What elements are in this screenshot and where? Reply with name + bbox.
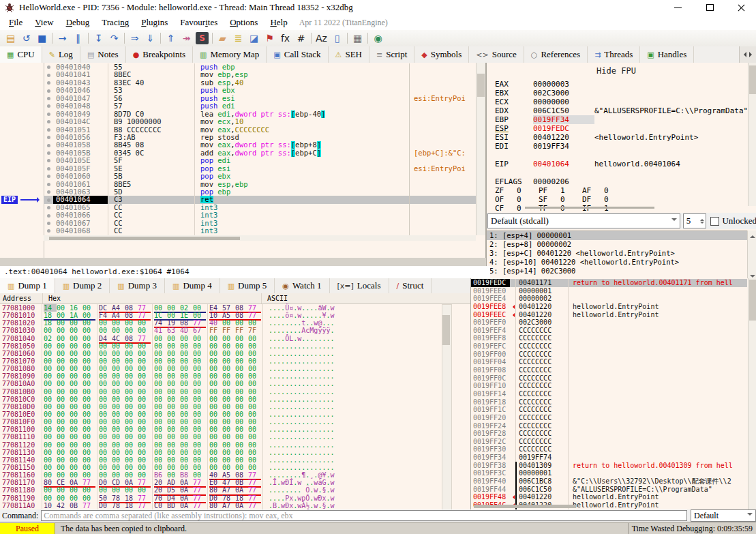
hex-byte[interactable]: 00 [167, 304, 180, 312]
hex-byte[interactable]: 00 [70, 365, 82, 372]
hex-byte[interactable]: 00 [138, 441, 151, 449]
hex-byte[interactable]: 00 [193, 464, 206, 471]
hex-byte[interactable]: 00 [82, 327, 95, 334]
hex-byte[interactable]: 00 [209, 372, 222, 380]
tab-script[interactable]: ≡Script [369, 46, 414, 63]
hex-byte[interactable]: 00 [125, 486, 138, 494]
hex-byte[interactable]: 00 [125, 396, 138, 403]
hex-byte[interactable]: 00 [235, 350, 248, 357]
hex-byte[interactable]: 00 [193, 403, 206, 411]
hex-byte[interactable]: 00 [138, 456, 151, 464]
hex-byte[interactable]: 00 [44, 388, 57, 396]
hex-byte[interactable]: FF [235, 327, 248, 334]
hex-byte[interactable]: 00 [180, 372, 193, 380]
hex-byte[interactable]: 00 [154, 372, 167, 380]
hex-byte[interactable]: 00 [44, 380, 57, 387]
stack-row[interactable]: 0019FEDC00401171return to helloworld.004… [471, 279, 747, 287]
disasm-row[interactable]: 00401056F3:ABrep stosd [44, 134, 476, 141]
hex-byte[interactable]: 00 [154, 357, 167, 365]
maximize-button[interactable] [697, 0, 723, 15]
dump-row[interactable]: 770810B000000000000000000000000000000000… [0, 388, 461, 396]
hex-byte[interactable]: 00 [248, 403, 261, 411]
stack-argument-row[interactable]: 2: [esp+8] 00000002 [487, 240, 748, 249]
hex-byte[interactable]: B6 [154, 471, 167, 479]
hex-byte[interactable]: 00 [209, 456, 222, 464]
stack-row[interactable]: 0019FEEC00401220helloworld.EntryPoint [471, 311, 747, 319]
hex-byte[interactable]: D4 [167, 494, 180, 502]
breakpoint-dot[interactable] [44, 102, 53, 110]
hex-byte[interactable]: 00 [235, 426, 248, 433]
hex-byte[interactable]: DC [99, 304, 112, 312]
hex-byte[interactable]: 00 [82, 411, 95, 418]
hex-byte[interactable]: 00 [167, 411, 180, 418]
hex-byte[interactable]: 08 [125, 312, 138, 319]
hex-byte[interactable]: 00 [180, 464, 193, 471]
hex-byte[interactable]: 00 [180, 426, 193, 433]
hex-byte[interactable]: 00 [154, 433, 167, 441]
hex-byte[interactable]: 18 [235, 494, 248, 502]
hex-byte[interactable]: 00 [82, 456, 95, 464]
hex-byte[interactable]: 77 [248, 304, 261, 312]
hex-byte[interactable]: 00 [193, 335, 206, 342]
hex-byte[interactable]: 00 [99, 342, 112, 350]
hex-byte[interactable]: 00 [44, 464, 57, 471]
hex-byte[interactable]: 00 [209, 388, 222, 396]
hex-byte[interactable]: 00 [99, 327, 112, 334]
hex-byte[interactable]: 4D [180, 327, 193, 334]
help-globe-button[interactable]: ◉ [370, 31, 386, 45]
hex-byte[interactable]: 00 [57, 319, 70, 327]
hex-byte[interactable]: 00 [138, 388, 151, 396]
tab-symbols[interactable]: ◆Symbols [414, 46, 469, 63]
breakpoint-dot[interactable] [44, 149, 53, 157]
hex-byte[interactable]: 00 [99, 456, 112, 464]
hex-byte[interactable]: 00 [125, 380, 138, 387]
hex-byte[interactable]: 0B [70, 502, 82, 509]
hex-byte[interactable]: 41 [154, 327, 167, 334]
stack-row[interactable]: 0019FF24CCCCCCCC [471, 422, 747, 430]
hex-byte[interactable]: 00 [193, 372, 206, 380]
hex-byte[interactable]: 00 [209, 365, 222, 372]
hex-byte[interactable]: 50 [99, 494, 112, 502]
hex-byte[interactable]: 00 [99, 357, 112, 365]
hex-byte[interactable]: 00 [248, 342, 261, 350]
stack-row[interactable]: 0019FF18CCCCCCCC [471, 398, 747, 406]
hex-byte[interactable]: 00 [138, 396, 151, 403]
hex-byte[interactable]: 00 [235, 418, 248, 426]
dump-row[interactable]: 77081030000000000000000041634D67FFFFFF7F… [0, 327, 461, 334]
hex-byte[interactable]: 00 [138, 464, 151, 471]
hex-byte[interactable]: 00 [154, 441, 167, 449]
hex-byte[interactable]: 00 [44, 486, 57, 494]
register-value[interactable]: 006C1C50 [533, 106, 594, 115]
hex-byte[interactable]: 77 [138, 479, 151, 486]
hide-fpu-button[interactable]: Hide FPU [487, 66, 746, 76]
step-into-button[interactable]: ↧ [91, 31, 106, 45]
disasm-row[interactable]: 0040105F5Epop esiesi:EntryPoi [44, 165, 476, 173]
hex-byte[interactable]: 00 [70, 388, 82, 396]
hex-byte[interactable]: 00 [248, 464, 261, 471]
calculator-button[interactable]: ▦ [350, 31, 365, 45]
hex-byte[interactable]: 00 [154, 403, 167, 411]
hex-byte[interactable]: 00 [125, 342, 138, 350]
hex-byte[interactable]: 00 [57, 312, 70, 319]
dump-row[interactable]: 770810A000000000000000000000000000000000… [0, 380, 461, 387]
tab-dump-1[interactable]: ▥Dump 1 [0, 278, 55, 293]
hex-byte[interactable]: 00 [57, 433, 70, 441]
stack-row[interactable]: 0019FEF8CCCCCCCC [471, 334, 747, 342]
breakpoint-dot[interactable] [44, 63, 53, 71]
hex-byte[interactable]: 00 [222, 388, 235, 396]
hex-byte[interactable]: 00 [44, 327, 57, 334]
stack-row[interactable]: 0019FF3800401309return to helloworld.004… [471, 462, 747, 470]
hex-byte[interactable]: 00 [248, 335, 261, 342]
hex-byte[interactable]: 00 [70, 335, 82, 342]
hex-byte[interactable]: 00 [138, 486, 151, 494]
dump-row[interactable]: 7708108000000000000000000000000000000000… [0, 365, 461, 372]
hex-byte[interactable]: 77 [193, 319, 206, 327]
hex-byte[interactable]: 00 [138, 380, 151, 387]
disassembly-horizontal-thumb[interactable] [49, 237, 240, 240]
hex-byte[interactable]: 00 [112, 464, 125, 471]
hex-byte[interactable]: 00 [167, 388, 180, 396]
flag-sf[interactable]: SF [539, 195, 560, 204]
hex-byte[interactable]: 00 [154, 456, 167, 464]
register-value[interactable]: 002C3000 [533, 89, 594, 98]
hex-byte[interactable]: 00 [138, 372, 151, 380]
